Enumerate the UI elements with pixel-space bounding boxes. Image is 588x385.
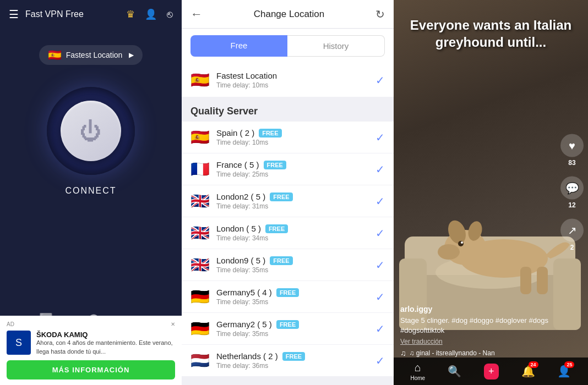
server-flag-6: 🇩🇪 (190, 320, 210, 338)
server-flag-5: 🇩🇪 (190, 288, 210, 306)
location-arrow-icon: ▶ (129, 51, 134, 59)
fastest-delay: Time delay: 10ms (216, 81, 375, 89)
server-info-5: Germany5 ( 4 ) FREE Time delay: 35ms (216, 288, 375, 306)
server-name-0: Spain ( 2 ) (216, 128, 254, 138)
server-name-row-4: London9 ( 5 ) FREE (216, 256, 375, 265)
server-delay-7: Time delay: 36ms (216, 362, 375, 370)
server-info-1: France ( 5 ) FREE Time delay: 25ms (216, 160, 375, 178)
server-name-row-7: Netherlands ( 2 ) FREE (216, 351, 375, 361)
server-delay-0: Time delay: 10ms (216, 139, 375, 146)
like-icon: ♥ (560, 134, 584, 157)
inbox-badge: 24 (529, 361, 538, 368)
section-title: Quality Server (190, 106, 258, 117)
server-name-3: London ( 5 ) (216, 224, 261, 233)
music-note-icon: ♫ (400, 349, 406, 358)
add-icon: + (488, 366, 494, 377)
server-check-2: ✓ (375, 195, 385, 208)
server-delay-4: Time delay: 35ms (216, 266, 375, 274)
free-badge-5: FREE (276, 288, 299, 297)
tiktok-profile[interactable]: 👤 25 (557, 365, 571, 378)
refresh-icon[interactable]: ↻ (375, 8, 385, 21)
fastest-name: Fastest Location (216, 71, 375, 80)
location-text: Fastest Location (66, 51, 123, 59)
server-check-5: ✓ (375, 290, 385, 304)
server-delay-3: Time delay: 34ms (216, 234, 375, 242)
ad-cta-button[interactable]: MÁS INFORMACIÓN (7, 360, 175, 380)
server-name-2: London2 ( 5 ) (216, 192, 265, 201)
server-name-6: Germany2 ( 5 ) (216, 320, 272, 329)
server-item-4[interactable]: 🇬🇧 London9 ( 5 ) FREE Time delay: 35ms ✓ (182, 249, 394, 280)
comment-action[interactable]: 💬 12 (560, 177, 584, 209)
vpn-panel: ☰ Fast VPN Free ♛ 👤 ⎋ 🇪🇸 Fastest Locatio… (0, 0, 182, 385)
fastest-info: Fastest Location Time delay: 10ms (216, 71, 375, 89)
server-flag-7: 🇳🇱 (190, 351, 210, 370)
comment-icon: 💬 (560, 177, 584, 200)
server-item-5[interactable]: 🇩🇪 Germany5 ( 4 ) FREE Time delay: 35ms … (182, 281, 394, 312)
power-icon: ⏻ (80, 119, 102, 144)
location-selector[interactable]: 🇪🇸 Fastest Location ▶ (39, 45, 143, 65)
tiktok-discover[interactable]: 🔍 (448, 365, 461, 378)
back-button[interactable]: ← (190, 7, 203, 21)
svg-rect-13 (537, 267, 548, 294)
free-badge-1: FREE (264, 161, 286, 169)
server-flag-1: 🇫🇷 (190, 160, 210, 178)
profile-icon[interactable]: 👤 (145, 8, 157, 20)
crown-icon[interactable]: ♛ (126, 8, 135, 20)
ad-text-block: ŠKODA KAMIQ Ahora, con 4 años de manteni… (36, 331, 175, 356)
like-action[interactable]: ♥ 83 (560, 134, 584, 167)
server-item-2[interactable]: 🇬🇧 London2 ( 5 ) FREE Time delay: 31ms ✓ (182, 185, 394, 217)
free-badge-0: FREE (259, 129, 281, 138)
vpn-header: ☰ Fast VPN Free ♛ 👤 ⎋ (0, 0, 182, 29)
svg-point-11 (461, 241, 463, 244)
free-badge-6: FREE (276, 320, 299, 329)
connect-button[interactable]: ⏻ (47, 87, 135, 175)
server-check-6: ✓ (375, 322, 385, 336)
server-name-4: London9 ( 5 ) (216, 256, 265, 265)
server-item-1[interactable]: 🇫🇷 France ( 5 ) FREE Time delay: 25ms ✓ (182, 153, 394, 185)
add-button[interactable]: + (484, 364, 499, 380)
free-badge-4: FREE (270, 256, 292, 265)
header-icons: ♛ 👤 ⎋ (126, 8, 173, 20)
tab-bar: Free History (182, 29, 394, 63)
tiktok-add[interactable]: + (484, 364, 499, 380)
fastest-location-item[interactable]: 🇪🇸 Fastest Location Time delay: 10ms ✓ (182, 63, 394, 97)
server-item[interactable]: 🇪🇸 Spain ( 2 ) FREE Time delay: 10ms ✓ (182, 122, 394, 153)
menu-icon[interactable]: ☰ (9, 8, 19, 21)
video-bottom-info: arlo.iggy Stage 5 clinger. #dog #doggo #… (400, 305, 555, 358)
server-info-3: London ( 5 ) FREE Time delay: 34ms (216, 224, 375, 242)
ad-close-icon[interactable]: ✕ (171, 321, 175, 327)
server-item-7[interactable]: 🇳🇱 Netherlands ( 2 ) FREE Time delay: 36… (182, 345, 394, 376)
svg-point-7 (438, 244, 460, 260)
like-count: 83 (568, 159, 575, 167)
video-overlay-text: Everyone wants an Italian greyhound unti… (394, 16, 588, 51)
translate-link[interactable]: Ver traducción (400, 338, 555, 345)
tiktok-inbox[interactable]: 🔔 24 (521, 365, 535, 378)
server-delay-5: Time delay: 35ms (216, 298, 375, 306)
server-name-5: Germany5 ( 4 ) (216, 288, 272, 297)
ad-label: AD ✕ (7, 321, 175, 327)
server-info-4: London9 ( 5 ) FREE Time delay: 35ms (216, 256, 375, 274)
video-background: Everyone wants an Italian greyhound unti… (394, 0, 588, 385)
tab-history[interactable]: History (287, 35, 385, 57)
connect-button-container: ⏻ (47, 87, 135, 175)
server-check-4: ✓ (375, 258, 385, 272)
server-name-7: Netherlands ( 2 ) (216, 351, 278, 361)
tiktok-bottom-nav: ⌂ Home 🔍 + 🔔 24 👤 25 (394, 358, 588, 385)
discover-icon: 🔍 (448, 365, 461, 378)
ad-logo: S (7, 331, 31, 355)
share-action[interactable]: ↗ 2 (560, 219, 584, 251)
tiktok-home[interactable]: ⌂ Home (410, 361, 425, 381)
tab-free[interactable]: Free (190, 35, 287, 57)
server-item-3[interactable]: 🇬🇧 London ( 5 ) FREE Time delay: 34ms ✓ (182, 217, 394, 249)
ad-banner: AD ✕ S ŠKODA KAMIQ Ahora, con 4 años de … (0, 316, 182, 385)
server-check-3: ✓ (375, 227, 385, 240)
server-info-7: Netherlands ( 2 ) FREE Time delay: 36ms (216, 351, 375, 370)
video-title: Everyone wants an Italian greyhound unti… (405, 16, 577, 51)
server-flag-3: 🇬🇧 (190, 224, 210, 242)
free-badge-7: FREE (282, 352, 305, 361)
server-item-6[interactable]: 🇩🇪 Germany2 ( 5 ) FREE Time delay: 35ms … (182, 313, 394, 344)
server-name-row-0: Spain ( 2 ) FREE (216, 128, 375, 138)
server-name-row-5: Germany5 ( 4 ) FREE (216, 288, 375, 297)
share-icon[interactable]: ⎋ (167, 9, 173, 20)
fastest-check-icon: ✓ (375, 74, 385, 87)
